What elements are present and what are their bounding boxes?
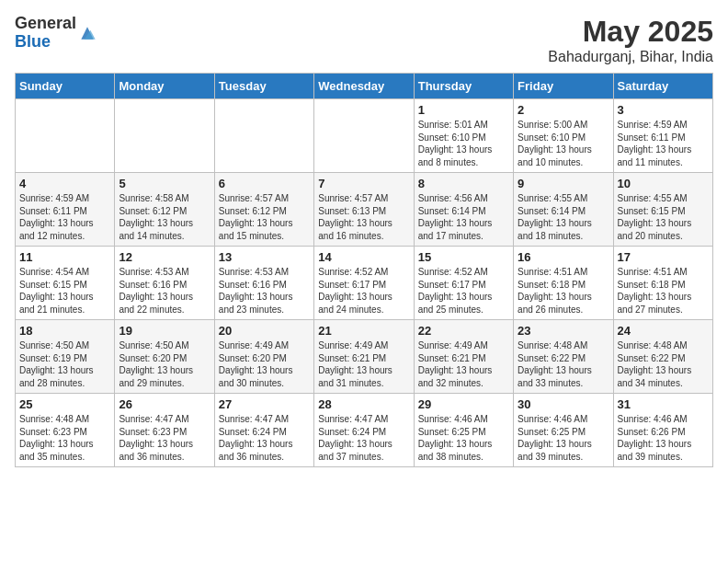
day-info: Sunrise: 4:47 AM Sunset: 6:24 PM Dayligh… xyxy=(219,413,310,463)
calendar-week-row: 25Sunrise: 4:48 AM Sunset: 6:23 PM Dayli… xyxy=(16,394,713,467)
day-number: 12 xyxy=(119,250,210,264)
calendar-cell: 2Sunrise: 5:00 AM Sunset: 6:10 PM Daylig… xyxy=(514,99,613,173)
month-title: May 2025 xyxy=(548,15,713,49)
logo-general: General xyxy=(15,15,76,33)
day-info: Sunrise: 4:46 AM Sunset: 6:25 PM Dayligh… xyxy=(418,413,509,463)
day-number: 3 xyxy=(618,103,709,117)
day-number: 27 xyxy=(219,397,310,411)
day-info: Sunrise: 5:00 AM Sunset: 6:10 PM Dayligh… xyxy=(518,119,609,168)
day-number: 6 xyxy=(219,177,310,190)
calendar-cell: 18Sunrise: 4:50 AM Sunset: 6:19 PM Dayli… xyxy=(16,320,115,394)
weekday-header-row: SundayMondayTuesdayWednesdayThursdayFrid… xyxy=(16,74,713,99)
day-number: 25 xyxy=(19,397,110,411)
day-info: Sunrise: 4:54 AM Sunset: 6:15 PM Dayligh… xyxy=(19,266,110,316)
day-number: 15 xyxy=(418,250,509,264)
day-info: Sunrise: 4:46 AM Sunset: 6:25 PM Dayligh… xyxy=(518,413,609,463)
weekday-header: Friday xyxy=(514,74,613,99)
day-number: 4 xyxy=(19,177,110,190)
weekday-header: Monday xyxy=(115,74,214,99)
calendar-cell: 29Sunrise: 4:46 AM Sunset: 6:25 PM Dayli… xyxy=(414,394,513,467)
calendar-table: SundayMondayTuesdayWednesdayThursdayFrid… xyxy=(15,73,713,467)
day-info: Sunrise: 4:55 AM Sunset: 6:15 PM Dayligh… xyxy=(618,192,709,242)
day-number: 7 xyxy=(318,177,409,190)
day-info: Sunrise: 4:53 AM Sunset: 6:16 PM Dayligh… xyxy=(219,266,310,316)
day-info: Sunrise: 4:52 AM Sunset: 6:17 PM Dayligh… xyxy=(418,266,509,316)
calendar-cell: 23Sunrise: 4:48 AM Sunset: 6:22 PM Dayli… xyxy=(514,320,613,394)
calendar-cell: 31Sunrise: 4:46 AM Sunset: 6:26 PM Dayli… xyxy=(613,394,712,467)
calendar-cell xyxy=(115,99,214,173)
calendar-cell: 16Sunrise: 4:51 AM Sunset: 6:18 PM Dayli… xyxy=(514,247,613,320)
day-info: Sunrise: 4:55 AM Sunset: 6:14 PM Dayligh… xyxy=(518,192,609,242)
logo-icon xyxy=(78,24,97,42)
calendar-cell: 28Sunrise: 4:47 AM Sunset: 6:24 PM Dayli… xyxy=(314,394,414,467)
calendar-cell: 14Sunrise: 4:52 AM Sunset: 6:17 PM Dayli… xyxy=(314,247,414,320)
day-number: 17 xyxy=(618,250,709,264)
calendar-cell: 19Sunrise: 4:50 AM Sunset: 6:20 PM Dayli… xyxy=(115,320,214,394)
day-number: 28 xyxy=(318,397,409,411)
day-number: 5 xyxy=(119,177,210,190)
calendar-week-row: 18Sunrise: 4:50 AM Sunset: 6:19 PM Dayli… xyxy=(16,320,713,394)
calendar-cell: 21Sunrise: 4:49 AM Sunset: 6:21 PM Dayli… xyxy=(314,320,414,394)
day-info: Sunrise: 4:48 AM Sunset: 6:23 PM Dayligh… xyxy=(19,413,110,463)
calendar-cell: 24Sunrise: 4:48 AM Sunset: 6:22 PM Dayli… xyxy=(613,320,712,394)
logo: General Blue xyxy=(15,15,97,52)
calendar-cell: 22Sunrise: 4:49 AM Sunset: 6:21 PM Dayli… xyxy=(414,320,513,394)
day-number: 22 xyxy=(418,324,509,338)
day-info: Sunrise: 4:51 AM Sunset: 6:18 PM Dayligh… xyxy=(618,266,709,316)
calendar-cell: 10Sunrise: 4:55 AM Sunset: 6:15 PM Dayli… xyxy=(613,173,712,247)
day-info: Sunrise: 4:57 AM Sunset: 6:12 PM Dayligh… xyxy=(219,192,310,242)
day-info: Sunrise: 4:48 AM Sunset: 6:22 PM Dayligh… xyxy=(618,339,709,389)
calendar-cell: 30Sunrise: 4:46 AM Sunset: 6:25 PM Dayli… xyxy=(514,394,613,467)
calendar-cell: 4Sunrise: 4:59 AM Sunset: 6:11 PM Daylig… xyxy=(16,173,115,247)
weekday-header: Wednesday xyxy=(314,74,414,99)
day-info: Sunrise: 4:59 AM Sunset: 6:11 PM Dayligh… xyxy=(19,192,110,242)
day-number: 19 xyxy=(119,324,210,338)
location: Bahadurganj, Bihar, India xyxy=(548,49,713,65)
day-number: 18 xyxy=(19,324,110,338)
weekday-header: Sunday xyxy=(16,74,115,99)
day-number: 23 xyxy=(518,324,609,338)
calendar-cell: 5Sunrise: 4:58 AM Sunset: 6:12 PM Daylig… xyxy=(115,173,214,247)
day-number: 16 xyxy=(518,250,609,264)
day-info: Sunrise: 5:01 AM Sunset: 6:10 PM Dayligh… xyxy=(418,119,509,168)
calendar-cell: 3Sunrise: 4:59 AM Sunset: 6:11 PM Daylig… xyxy=(613,99,712,173)
day-number: 14 xyxy=(318,250,409,264)
day-info: Sunrise: 4:58 AM Sunset: 6:12 PM Dayligh… xyxy=(119,192,210,242)
day-number: 30 xyxy=(518,397,609,411)
calendar-cell: 7Sunrise: 4:57 AM Sunset: 6:13 PM Daylig… xyxy=(314,173,414,247)
day-number: 13 xyxy=(219,250,310,264)
day-info: Sunrise: 4:49 AM Sunset: 6:20 PM Dayligh… xyxy=(219,339,310,389)
day-number: 21 xyxy=(318,324,409,338)
day-number: 29 xyxy=(418,397,509,411)
calendar-cell xyxy=(314,99,414,173)
calendar-week-row: 11Sunrise: 4:54 AM Sunset: 6:15 PM Dayli… xyxy=(16,247,713,320)
calendar-cell: 15Sunrise: 4:52 AM Sunset: 6:17 PM Dayli… xyxy=(414,247,513,320)
day-info: Sunrise: 4:53 AM Sunset: 6:16 PM Dayligh… xyxy=(119,266,210,316)
day-info: Sunrise: 4:49 AM Sunset: 6:21 PM Dayligh… xyxy=(418,339,509,389)
day-info: Sunrise: 4:50 AM Sunset: 6:19 PM Dayligh… xyxy=(19,339,110,389)
calendar-cell: 25Sunrise: 4:48 AM Sunset: 6:23 PM Dayli… xyxy=(16,394,115,467)
calendar-cell xyxy=(214,99,313,173)
day-info: Sunrise: 4:51 AM Sunset: 6:18 PM Dayligh… xyxy=(518,266,609,316)
day-info: Sunrise: 4:47 AM Sunset: 6:23 PM Dayligh… xyxy=(119,413,210,463)
day-number: 2 xyxy=(518,103,609,117)
calendar-cell: 26Sunrise: 4:47 AM Sunset: 6:23 PM Dayli… xyxy=(115,394,214,467)
day-info: Sunrise: 4:46 AM Sunset: 6:26 PM Dayligh… xyxy=(618,413,709,463)
title-area: May 2025 Bahadurganj, Bihar, India xyxy=(548,15,713,65)
calendar-cell: 20Sunrise: 4:49 AM Sunset: 6:20 PM Dayli… xyxy=(214,320,313,394)
weekday-header: Thursday xyxy=(414,74,513,99)
logo-blue: Blue xyxy=(15,33,76,52)
calendar-cell: 17Sunrise: 4:51 AM Sunset: 6:18 PM Dayli… xyxy=(613,247,712,320)
day-info: Sunrise: 4:57 AM Sunset: 6:13 PM Dayligh… xyxy=(318,192,409,242)
day-info: Sunrise: 4:49 AM Sunset: 6:21 PM Dayligh… xyxy=(318,339,409,389)
calendar-cell: 9Sunrise: 4:55 AM Sunset: 6:14 PM Daylig… xyxy=(514,173,613,247)
day-info: Sunrise: 4:56 AM Sunset: 6:14 PM Dayligh… xyxy=(418,192,509,242)
day-number: 26 xyxy=(119,397,210,411)
calendar-cell: 11Sunrise: 4:54 AM Sunset: 6:15 PM Dayli… xyxy=(16,247,115,320)
day-info: Sunrise: 4:48 AM Sunset: 6:22 PM Dayligh… xyxy=(518,339,609,389)
day-info: Sunrise: 4:59 AM Sunset: 6:11 PM Dayligh… xyxy=(618,119,709,168)
day-info: Sunrise: 4:47 AM Sunset: 6:24 PM Dayligh… xyxy=(318,413,409,463)
day-number: 24 xyxy=(618,324,709,338)
day-number: 1 xyxy=(418,103,509,117)
calendar-week-row: 4Sunrise: 4:59 AM Sunset: 6:11 PM Daylig… xyxy=(16,173,713,247)
